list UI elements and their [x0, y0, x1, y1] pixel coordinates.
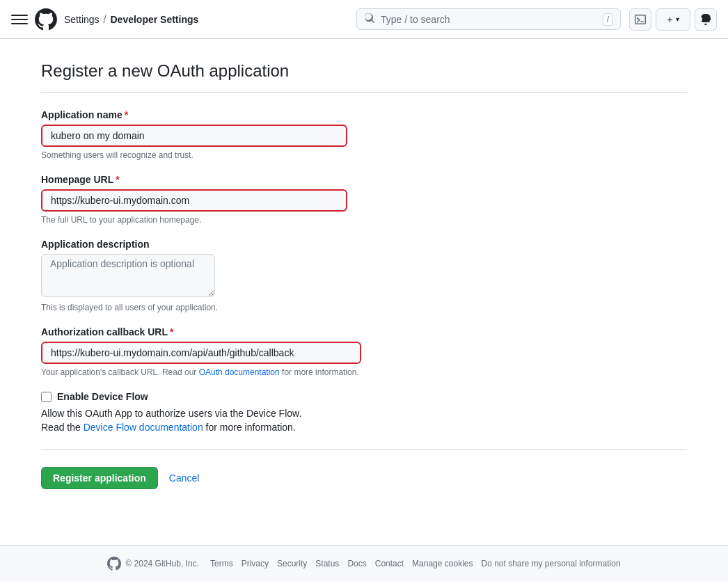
bottom-divider — [41, 449, 687, 450]
footer-docs-link[interactable]: Docs — [347, 559, 366, 568]
device-flow-checkbox-row: Enable Device Flow — [41, 391, 687, 402]
search-icon — [364, 13, 375, 26]
app-name-input[interactable] — [41, 125, 347, 147]
action-row: Register application Cancel — [41, 467, 687, 489]
footer-terms-link[interactable]: Terms — [210, 559, 233, 568]
hamburger-menu[interactable] — [11, 11, 28, 28]
plus-icon: + — [667, 14, 672, 25]
nav-left: Settings / Developer Settings — [11, 8, 348, 31]
dropdown-arrow-icon: ▾ — [676, 15, 679, 23]
search-bar[interactable]: Type / to search / — [356, 8, 621, 30]
nav-right: + ▾ — [629, 8, 717, 31]
device-flow-link-row: Read the Device Flow documentation for m… — [41, 422, 687, 433]
device-flow-docs-link[interactable]: Device Flow documentation — [84, 422, 203, 433]
footer-privacy-link[interactable]: Privacy — [242, 559, 269, 568]
app-name-label: Application name* — [41, 109, 687, 120]
footer-status-link[interactable]: Status — [315, 559, 339, 568]
cancel-button[interactable]: Cancel — [169, 472, 200, 484]
device-flow-label[interactable]: Enable Device Flow — [57, 391, 148, 402]
register-application-button[interactable]: Register application — [41, 467, 158, 489]
app-description-textarea[interactable] — [41, 254, 215, 297]
callback-url-hint: Your application's callback URL. Read ou… — [41, 367, 687, 377]
search-placeholder-text: Type / to search — [381, 14, 450, 25]
app-description-label: Application description — [41, 239, 687, 250]
footer-do-not-share-link[interactable]: Do not share my personal information — [481, 559, 620, 568]
footer-contact-link[interactable]: Contact — [375, 559, 404, 568]
title-divider — [41, 92, 687, 93]
footer-links: Terms Privacy Security Status Docs Conta… — [210, 559, 621, 568]
device-flow-checkbox[interactable] — [41, 392, 52, 402]
breadcrumb: Settings / Developer Settings — [64, 14, 198, 25]
main-content: Register a new OAuth application Applica… — [30, 39, 698, 545]
app-name-required: * — [125, 109, 128, 120]
settings-link[interactable]: Settings — [64, 14, 100, 25]
homepage-url-group: Homepage URL* The full URL to your appli… — [41, 174, 687, 225]
slash-key-badge: / — [603, 13, 613, 26]
notifications-button[interactable] — [695, 8, 717, 31]
callback-url-group: Authorization callback URL* Your applica… — [41, 326, 687, 377]
footer-content: © 2024 GitHub, Inc. Terms Privacy Securi… — [11, 557, 717, 571]
homepage-url-hint: The full URL to your application homepag… — [41, 215, 687, 225]
homepage-url-required: * — [116, 174, 119, 185]
footer-logo: © 2024 GitHub, Inc. — [107, 557, 199, 571]
footer-security-link[interactable]: Security — [277, 559, 307, 568]
app-name-hint: Something users will recognize and trust… — [41, 150, 687, 160]
developer-settings-label: Developer Settings — [110, 14, 198, 25]
terminal-icon-button[interactable] — [629, 8, 651, 31]
callback-url-required: * — [170, 326, 173, 337]
device-flow-description: Allow this OAuth App to authorize users … — [41, 408, 687, 419]
page-title: Register a new OAuth application — [41, 61, 687, 81]
callback-url-input[interactable] — [41, 342, 361, 364]
top-navigation: Settings / Developer Settings Type / to … — [0, 0, 728, 39]
footer-copyright: © 2024 GitHub, Inc. — [125, 559, 199, 568]
breadcrumb-separator: / — [104, 14, 106, 25]
footer-manage-cookies-link[interactable]: Manage cookies — [412, 559, 473, 568]
create-new-button[interactable]: + ▾ — [656, 8, 690, 31]
app-description-group: Application description This is displaye… — [41, 239, 687, 312]
device-flow-section: Enable Device Flow Allow this OAuth App … — [41, 391, 687, 433]
callback-url-label: Authorization callback URL* — [41, 326, 687, 337]
oauth-docs-link[interactable]: OAuth documentation — [199, 367, 280, 377]
app-description-hint: This is displayed to all users of your a… — [41, 303, 687, 312]
footer: © 2024 GitHub, Inc. Terms Privacy Securi… — [0, 545, 728, 581]
homepage-url-label: Homepage URL* — [41, 174, 687, 185]
footer-github-logo-icon — [107, 557, 121, 571]
homepage-url-input[interactable] — [41, 189, 347, 212]
github-logo-icon — [35, 8, 57, 31]
app-name-group: Application name* Something users will r… — [41, 109, 687, 160]
